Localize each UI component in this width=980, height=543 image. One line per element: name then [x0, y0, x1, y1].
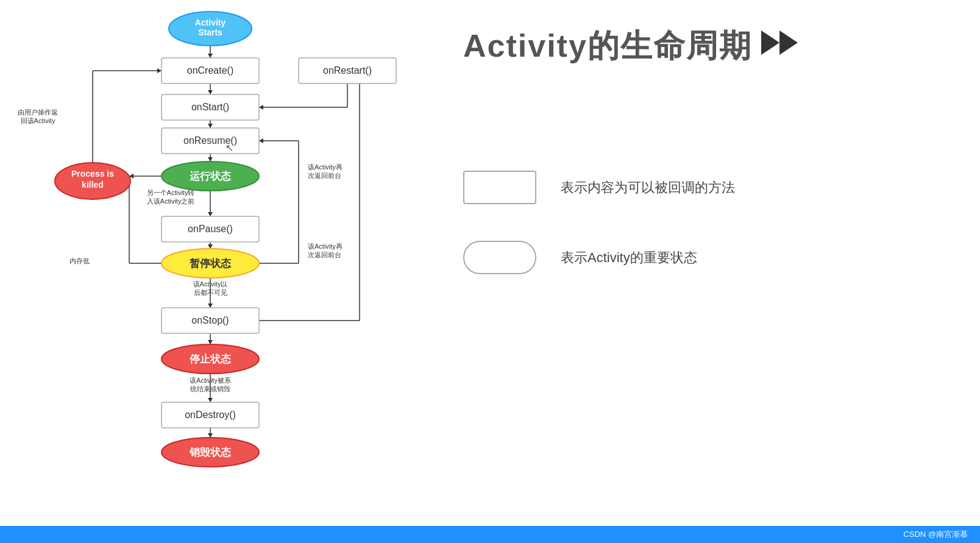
flowchart-svg: Activity Starts onCreate() onRestart() o…	[0, 0, 427, 530]
svg-text:回该Activity: 回该Activity	[21, 117, 55, 124]
svg-text:↖: ↖	[225, 143, 233, 153]
svg-text:Activity: Activity	[195, 18, 226, 27]
svg-text:运行状态: 运行状态	[190, 171, 232, 182]
legend-item-oval: 表示Activity的重要状态	[463, 241, 735, 274]
svg-text:统结束或销毁: 统结束或销毁	[190, 385, 230, 392]
svg-marker-36	[157, 68, 162, 73]
footer-text: CSDN @南宫渐慕	[903, 529, 968, 540]
svg-marker-16	[208, 340, 213, 344]
svg-marker-4	[208, 90, 213, 94]
legend-oval-shape	[463, 241, 536, 274]
svg-text:销毁状态: 销毁状态	[189, 447, 232, 458]
svg-marker-14	[208, 303, 213, 308]
svg-text:次返回前台: 次返回前台	[308, 251, 341, 258]
legend-rect-label: 表示内容为可以被回调的方法	[561, 179, 735, 197]
title-text: Activity的生命周期	[463, 25, 752, 68]
svg-marker-31	[259, 138, 263, 143]
svg-text:次返回前台: 次返回前台	[308, 172, 341, 179]
page-container: Activity Starts onCreate() onRestart() o…	[0, 0, 980, 543]
svg-text:Process is: Process is	[71, 169, 114, 179]
svg-text:onDestroy(): onDestroy()	[185, 410, 236, 420]
svg-text:onStart(): onStart()	[191, 102, 229, 112]
svg-marker-2	[208, 54, 213, 58]
svg-marker-8	[208, 157, 213, 161]
title-arrows	[758, 24, 807, 68]
svg-text:onRestart(): onRestart()	[323, 65, 372, 76]
svg-text:停止状态: 停止状态	[189, 353, 232, 365]
svg-text:Starts: Starts	[198, 27, 222, 37]
svg-marker-6	[208, 124, 213, 128]
svg-marker-82	[779, 30, 798, 55]
svg-marker-20	[208, 433, 213, 438]
svg-marker-10	[208, 212, 213, 216]
svg-text:onStop(): onStop()	[191, 315, 229, 325]
svg-text:暂停状态: 暂停状态	[190, 258, 232, 269]
legend-rect-shape	[463, 171, 536, 204]
diagram-area: Activity Starts onCreate() onRestart() o…	[0, 0, 427, 543]
svg-text:后都不可见: 后都不可见	[194, 289, 227, 296]
svg-text:该Activity以: 该Activity以	[193, 280, 228, 288]
svg-text:该Activity再: 该Activity再	[308, 163, 343, 171]
page-title: Activity的生命周期	[463, 24, 956, 68]
svg-marker-12	[208, 244, 213, 249]
svg-text:onCreate(): onCreate()	[187, 65, 233, 76]
legend-container: 表示内容为可以被回调的方法 表示Activity的重要状态	[463, 171, 735, 274]
svg-text:入该Activity之前: 入该Activity之前	[147, 197, 195, 205]
legend-item-rect: 表示内容为可以被回调的方法	[463, 171, 735, 204]
svg-text:另一个Activity转: 另一个Activity转	[147, 189, 195, 196]
svg-marker-81	[761, 30, 779, 55]
footer-bar: CSDN @南宫渐慕	[0, 526, 980, 543]
svg-text:该Activity被系: 该Activity被系	[190, 377, 231, 384]
svg-text:由用户操作返: 由用户操作返	[18, 108, 58, 116]
svg-text:onPause(): onPause()	[188, 224, 233, 234]
svg-marker-18	[208, 398, 213, 402]
svg-text:killed: killed	[82, 180, 104, 190]
legend-oval-label: 表示Activity的重要状态	[561, 249, 697, 267]
legend-area: Activity的生命周期 表示内容为可以被回调的方法 表示Activity的重…	[427, 0, 980, 543]
svg-text:内存低: 内存低	[69, 257, 90, 264]
svg-marker-23	[259, 105, 263, 110]
svg-text:该Activity再: 该Activity再	[308, 243, 343, 250]
